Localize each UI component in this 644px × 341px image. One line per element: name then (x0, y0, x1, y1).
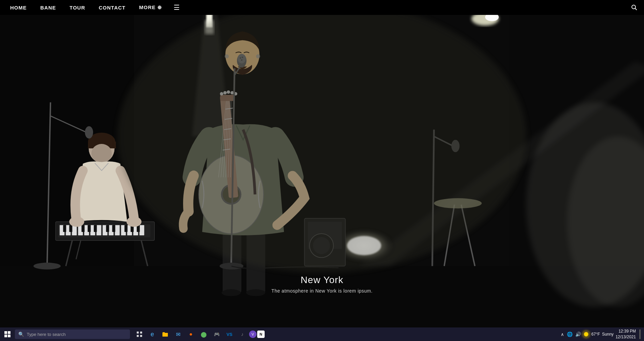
nav-more[interactable]: MORE ⊕ (132, 0, 169, 15)
taskbar-pinned-icons: e ✉ ● ⬤ 🎮 VS ♪ V N (133, 327, 265, 341)
svg-point-47 (69, 217, 84, 227)
taskbar-search[interactable]: 🔍 Type here to search (15, 329, 130, 339)
app-icon-1[interactable]: ⬤ (198, 327, 210, 341)
date-display: 12/13/2021 (616, 334, 636, 340)
mail-icon[interactable]: ✉ (172, 327, 184, 341)
svg-point-101 (117, 0, 527, 273)
svg-rect-107 (137, 335, 139, 337)
nav-bane[interactable]: BANE (34, 0, 63, 15)
firefox-icon[interactable]: ● (185, 327, 197, 341)
taskbar-search-icon: 🔍 (18, 332, 24, 337)
clock-display[interactable]: 12:39 PM 12/13/2021 (616, 328, 636, 340)
weather-widget[interactable]: 67°F Sunny (583, 331, 614, 337)
svg-point-50 (34, 263, 61, 270)
task-view-button[interactable] (133, 327, 146, 341)
svg-rect-106 (140, 332, 142, 334)
app-icon-4[interactable]: V (249, 331, 257, 338)
svg-point-55 (222, 289, 241, 296)
svg-point-48 (127, 217, 141, 227)
search-icon (631, 4, 637, 10)
svg-rect-32 (139, 225, 144, 235)
taskbar-right-area: ∧ 🌐 🔊 67°F Sunny 12:39 PM 12/13/2021 (557, 327, 644, 341)
speaker-icon[interactable]: 🔊 (575, 332, 581, 337)
svg-rect-35 (82, 225, 85, 232)
start-button[interactable] (0, 327, 15, 341)
app-icon-2[interactable]: 🎮 (210, 327, 223, 341)
nav-tour[interactable]: TOUR (63, 0, 92, 15)
svg-rect-38 (106, 225, 109, 232)
city-description: The atmosphere in New York is lorem ipsu… (271, 288, 373, 294)
vscode-icon[interactable]: VS (223, 327, 236, 341)
windows-icon (4, 331, 10, 337)
svg-rect-40 (125, 225, 128, 232)
navigation: HOME BANE TOUR CONTACT MORE ⊕ ☰ (0, 0, 644, 15)
svg-point-46 (91, 144, 112, 163)
show-desktop-button[interactable] (639, 329, 641, 339)
svg-rect-36 (88, 225, 91, 232)
nav-contact[interactable]: CONTACT (92, 0, 132, 15)
hero-caption: New York The atmosphere in New York is l… (271, 275, 373, 294)
svg-rect-37 (94, 225, 97, 232)
svg-rect-108 (140, 335, 142, 337)
svg-line-104 (635, 8, 637, 10)
app-icon-3[interactable]: ♪ (236, 327, 248, 341)
task-view-icon (136, 331, 142, 337)
notion-icon[interactable]: N (257, 331, 265, 338)
edge-browser-icon[interactable]: e (146, 327, 158, 341)
taskbar: 🔍 Type here to search e ✉ ● ⬤ 🎮 VS ♪ V N… (0, 327, 644, 341)
svg-rect-34 (69, 225, 72, 232)
hamburger-menu-button[interactable]: ☰ (169, 0, 184, 15)
folder-icon (162, 332, 168, 337)
chevron-up-icon[interactable]: ∧ (561, 332, 564, 337)
system-tray-icons: ∧ 🌐 🔊 (561, 332, 581, 337)
temperature-display: 67°F (591, 332, 600, 337)
sun-icon (583, 331, 589, 337)
file-explorer-icon[interactable] (159, 327, 171, 341)
network-icon[interactable]: 🌐 (567, 332, 573, 337)
svg-point-52 (85, 126, 93, 138)
svg-point-56 (246, 289, 265, 296)
taskbar-search-placeholder: Type here to search (27, 332, 66, 337)
hero-section: New York The atmosphere in New York is l… (0, 0, 644, 327)
svg-rect-28 (115, 225, 120, 235)
svg-rect-33 (63, 225, 66, 232)
svg-rect-105 (137, 332, 139, 334)
nav-home[interactable]: HOME (3, 0, 34, 15)
search-button[interactable] (628, 0, 641, 15)
city-name: New York (271, 275, 373, 285)
time-display: 12:39 PM (616, 328, 636, 334)
svg-rect-25 (96, 225, 101, 235)
svg-rect-39 (112, 225, 115, 232)
weather-condition: Sunny (602, 332, 614, 337)
